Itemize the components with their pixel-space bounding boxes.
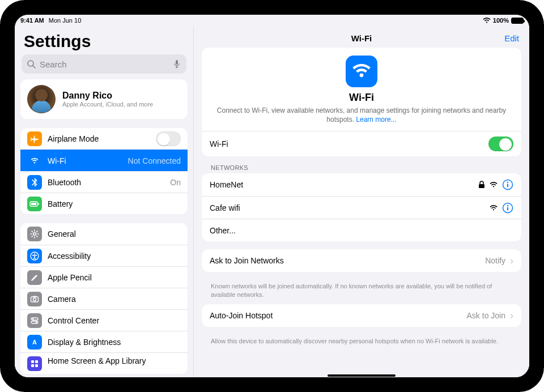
ask-to-join-desc: Known networks will be joined automatica…: [202, 280, 521, 304]
display-label: Display & Brightness: [48, 338, 181, 347]
battery-pct: 100%: [493, 17, 509, 24]
battery-row[interactable]: Battery: [20, 193, 188, 214]
status-time: 9:41 AM: [20, 17, 44, 24]
home-screen-row[interactable]: Home Screen & App Library: [20, 352, 188, 374]
auto-join-card: Auto-Join Hotspot Ask to Join ›: [202, 304, 521, 327]
wifi-toggle[interactable]: [488, 137, 513, 151]
lock-icon: [478, 181, 485, 189]
auto-join-label: Auto-Join Hotspot: [210, 311, 462, 320]
control-center-row[interactable]: Control Center: [20, 309, 188, 331]
airplane-icon: [27, 131, 42, 146]
network-cafe-label: Cafe wifi: [210, 203, 485, 212]
svg-line-1: [33, 66, 35, 68]
svg-rect-2: [176, 60, 178, 65]
wifi-status-icon: [483, 17, 491, 24]
pencil-icon: [27, 270, 42, 285]
battery-icon: [511, 18, 524, 24]
learn-more-link[interactable]: Learn more...: [356, 116, 396, 123]
main-title: Wi-Fi: [351, 33, 372, 43]
network-cafe[interactable]: Cafe wifi: [202, 196, 521, 219]
svg-point-17: [36, 321, 37, 323]
svg-rect-29: [507, 207, 508, 210]
ask-to-join-card: Ask to Join Networks Notify ›: [202, 249, 521, 272]
auto-join-row[interactable]: Auto-Join Hotspot Ask to Join ›: [202, 304, 521, 327]
svg-rect-7: [38, 203, 39, 204]
svg-rect-23: [479, 184, 484, 188]
accessibility-icon: [27, 249, 42, 263]
svg-rect-21: [31, 364, 34, 367]
network-other-label: Other...: [210, 226, 513, 235]
wifi-hero-icon: [346, 56, 377, 87]
wifi-toggle-label: Wi-Fi: [210, 139, 484, 148]
network-home-label: HomeNet: [210, 180, 474, 189]
account-row[interactable]: Danny Rico Apple Account, iCloud, and mo…: [20, 79, 188, 119]
svg-rect-6: [31, 203, 36, 205]
networks-card: HomeNet Cafe wifi: [202, 173, 521, 241]
control-center-label: Control Center: [48, 316, 181, 325]
svg-rect-13: [33, 296, 36, 297]
airplane-toggle[interactable]: [156, 131, 181, 146]
network-info-icon[interactable]: [502, 179, 513, 190]
svg-point-12: [33, 298, 36, 301]
svg-rect-22: [35, 364, 38, 367]
network-home[interactable]: HomeNet: [202, 173, 521, 196]
mic-icon[interactable]: [172, 59, 182, 69]
bluetooth-status: On: [170, 178, 181, 187]
svg-rect-19: [31, 360, 34, 363]
home-indicator: [194, 374, 529, 377]
home-grid-icon: [27, 356, 42, 371]
search-input[interactable]: Search: [22, 54, 186, 74]
bluetooth-row[interactable]: Bluetooth On: [20, 171, 188, 193]
chevron-right-icon: ›: [510, 310, 513, 321]
wifi-hero-title: Wi-Fi: [212, 92, 511, 104]
apple-pencil-label: Apple Pencil: [48, 273, 181, 282]
wifi-hero-body: Connect to Wi-Fi, view available network…: [212, 106, 511, 124]
wifi-label: Wi-Fi: [48, 156, 122, 165]
network-other[interactable]: Other...: [202, 219, 521, 241]
networks-section-label: Networks: [202, 164, 521, 173]
apple-pencil-row[interactable]: Apple Pencil: [20, 266, 188, 288]
display-row[interactable]: A Display & Brightness: [20, 331, 188, 352]
status-date: Mon Jun 10: [49, 17, 81, 24]
camera-label: Camera: [48, 295, 181, 304]
auto-join-value: Ask to Join: [467, 311, 505, 320]
chevron-right-icon: ›: [510, 255, 513, 266]
general-row[interactable]: General: [20, 223, 188, 245]
svg-point-15: [32, 318, 34, 319]
wifi-row[interactable]: Wi-Fi Not Connected: [20, 150, 188, 171]
gear-icon: [27, 227, 42, 241]
connectivity-group: Airplane Mode Wi-Fi Not Connected: [20, 128, 188, 214]
edit-button[interactable]: Edit: [504, 33, 519, 43]
device-frame: 9:41 AM Mon Jun 10 100% Settings Sear: [0, 0, 544, 392]
account-subtitle: Apple Account, iCloud, and more: [62, 101, 153, 108]
airplane-label: Airplane Mode: [48, 134, 150, 143]
wifi-signal-icon: [490, 181, 498, 188]
avatar: [27, 85, 56, 113]
ask-to-join-row[interactable]: Ask to Join Networks Notify ›: [202, 249, 521, 272]
account-name: Danny Rico: [62, 91, 153, 101]
general-label: General: [48, 229, 181, 238]
ask-to-join-label: Ask to Join Networks: [210, 256, 481, 265]
wifi-signal-icon: [490, 204, 498, 211]
accessibility-label: Accessibility: [48, 252, 181, 261]
search-icon: [26, 59, 36, 69]
search-placeholder: Search: [36, 59, 172, 69]
home-screen-label: Home Screen & App Library: [48, 356, 181, 365]
wifi-icon: [27, 154, 42, 168]
screen: 9:41 AM Mon Jun 10 100% Settings Sear: [15, 15, 529, 377]
account-group: Danny Rico Apple Account, iCloud, and mo…: [20, 79, 188, 119]
camera-row[interactable]: Camera: [20, 288, 188, 309]
svg-text:A: A: [32, 339, 37, 346]
settings-title: Settings: [20, 29, 188, 54]
battery-label: Battery: [48, 199, 181, 208]
wifi-toggle-row: Wi-Fi: [202, 131, 521, 156]
network-info-icon[interactable]: [502, 202, 513, 214]
accessibility-row[interactable]: Accessibility: [20, 245, 188, 266]
wifi-detail-panel: Wi-Fi Edit Wi-Fi Connect to Wi-Fi, view …: [194, 26, 529, 377]
bluetooth-icon: [27, 175, 42, 190]
airplane-row[interactable]: Airplane Mode: [20, 128, 188, 150]
svg-point-10: [34, 253, 35, 254]
svg-rect-20: [35, 360, 38, 363]
wifi-status: Not Connected: [128, 156, 181, 165]
camera-icon: [27, 292, 42, 306]
